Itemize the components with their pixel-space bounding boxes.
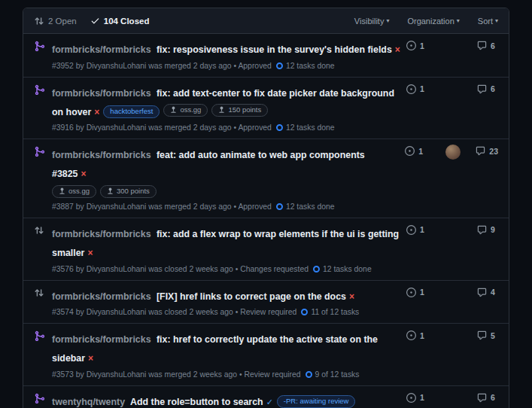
repo-link[interactable]: formbricks/formbricks [52,150,151,160]
repo-link[interactable]: formbricks/formbricks [52,229,151,239]
pr-rows: formbricks/formbricks fix: resposiveness… [23,34,509,408]
repo-link[interactable]: formbricks/formbricks [52,291,151,302]
pr-row[interactable]: formbricks/formbricks [FIX] href links t… [23,281,509,324]
dismiss-x-icon[interactable]: × [349,291,354,302]
open-closed-tabs: 2 Open 104 Closed [34,16,149,26]
pr-row[interactable]: formbricks/formbricks fix: resposiveness… [23,34,509,78]
pr-meta: #3576 by DivyanshuLohani was closed 2 we… [52,265,400,273]
comment-icon [477,84,487,94]
label-pill[interactable]: -PR: awaiting review [277,395,356,408]
inline-labels: hacktoberfestoss.gg150 points [99,105,268,117]
label-pill[interactable]: oss.gg [52,185,96,198]
comment-icon [477,330,487,340]
pr-meta: #3574 by DivyanshuLohani was closed 2 we… [52,308,400,316]
filter-visibility[interactable]: Visibility ▾ [354,17,390,26]
label-text: oss.gg [68,187,90,196]
comment-count[interactable]: 5 [468,330,498,340]
filter-sort[interactable]: Sort ▾ [478,17,498,26]
label-pill[interactable]: hacktoberfest [103,105,160,118]
pr-row[interactable]: formbricks/formbricks fix: href to corre… [23,324,509,386]
issue-opened-icon [406,330,416,340]
tasks-text: 11 of 12 tasks [311,308,359,316]
issue-opened-icon [406,84,416,94]
repo-link[interactable]: formbricks/formbricks [52,334,151,345]
linked-issue-count[interactable]: 1 [406,41,441,50]
comment-count[interactable]: 6 [468,393,498,403]
issue-opened-icon [406,225,416,235]
chevron-down-icon: ▾ [386,17,389,24]
pr-row[interactable]: twentyhq/twenty Add the role=button to s… [23,386,509,408]
label-text: oss.gg [180,105,201,114]
comment-count[interactable]: 23 [467,146,498,156]
repo-link[interactable]: formbricks/formbricks [52,88,151,99]
avatar[interactable] [445,145,461,160]
tasks-text: 9 of 12 tasks [315,370,360,379]
pr-meta: #3887 by DivyanshuLohani was merged 2 da… [52,202,399,211]
closed-count-label: 104 Closed [104,17,150,26]
pr-title-link[interactable]: Add the role=button to search [128,397,263,407]
dismiss-x-icon[interactable]: × [81,169,86,179]
git-merge-icon [34,393,46,404]
comment-count[interactable]: 9 [468,225,498,235]
dismiss-x-icon[interactable]: × [87,248,93,258]
git-merge-icon [34,330,46,342]
label-pill[interactable]: 150 points [211,104,268,117]
label-text: hacktoberfest [110,107,153,116]
chevron-down-icon: ▾ [457,17,460,24]
comment-count[interactable]: 4 [468,288,498,297]
filter-organization[interactable]: Organization ▾ [407,17,459,26]
issue-opened-icon [406,393,416,403]
pr-meta-text: #3576 by DivyanshuLohani was closed 2 we… [52,265,309,273]
linked-issue-count[interactable]: 1 [406,330,441,340]
tasks-progress: 9 of 12 tasks [306,370,360,379]
linked-issue-count[interactable]: 1 [406,84,441,94]
comment-icon [477,225,487,235]
dismiss-x-icon[interactable]: × [88,353,93,364]
label-row: oss.gg300 points [52,185,399,199]
pr-row[interactable]: formbricks/formbricks fix: add text-cent… [23,78,509,140]
tab-open[interactable]: 2 Open [34,16,77,26]
dismiss-x-icon[interactable]: × [395,44,400,55]
pr-meta-text: #3916 by DivyanshuLohani was merged 2 da… [52,123,272,132]
pr-meta-text: #3887 by DivyanshuLohani was merged 2 da… [52,202,272,211]
progress-ring-icon [313,266,320,273]
pr-row[interactable]: formbricks/formbricks feat: add auto ani… [23,139,509,218]
joystick-icon [59,187,65,195]
label-pill[interactable]: oss.gg [163,104,208,117]
git-merge-icon [34,84,46,96]
progress-ring-icon [301,309,308,315]
pr-list-container: 2 Open 104 Closed Visibility ▾ Organizat… [23,8,509,408]
pr-meta-text: #3574 by DivyanshuLohani was closed 2 we… [52,308,296,316]
comment-count[interactable]: 6 [468,84,498,94]
comment-icon [477,393,487,403]
repo-link[interactable]: formbricks/formbricks [52,44,151,55]
pr-meta: #3952 by DivyanshuLohani was merged 2 da… [52,62,400,70]
issue-opened-icon [405,146,415,156]
tasks-progress: 12 tasks done [276,202,335,211]
pr-row[interactable]: formbricks/formbricks fix: add a flex wr… [23,218,509,281]
tab-closed[interactable]: 104 Closed [90,16,150,26]
git-merge-icon [34,41,46,52]
pr-title-link[interactable]: [FIX] href links to correct page on the … [154,291,346,302]
progress-ring-icon [276,62,283,69]
open-count-label: 2 Open [48,17,77,26]
label-pill[interactable]: 300 points [100,185,157,198]
pr-meta: #3916 by DivyanshuLohani was merged 2 da… [52,123,400,132]
linked-issue-count[interactable]: 1 [406,393,441,403]
arrows-up-down-icon [34,225,46,236]
linked-issue-count[interactable]: 1 [405,146,439,156]
list-toolbar: 2 Open 104 Closed Visibility ▾ Organizat… [23,8,509,34]
tasks-text: 12 tasks done [286,202,335,211]
repo-link[interactable]: twentyhq/twenty [52,397,125,407]
pr-title-link[interactable]: fix: resposiveness issue in the survey's… [154,44,392,55]
comment-icon [477,288,487,297]
tasks-progress: 12 tasks done [276,62,335,70]
linked-issue-count[interactable]: 1 [406,288,441,297]
label-text: 300 points [117,187,150,196]
tasks-text: 12 tasks done [323,265,372,273]
joystick-icon [170,106,177,114]
comment-count[interactable]: 6 [468,41,498,50]
tasks-progress: 11 of 12 tasks [301,308,359,316]
joystick-icon [218,106,225,114]
linked-issue-count[interactable]: 1 [406,225,441,235]
